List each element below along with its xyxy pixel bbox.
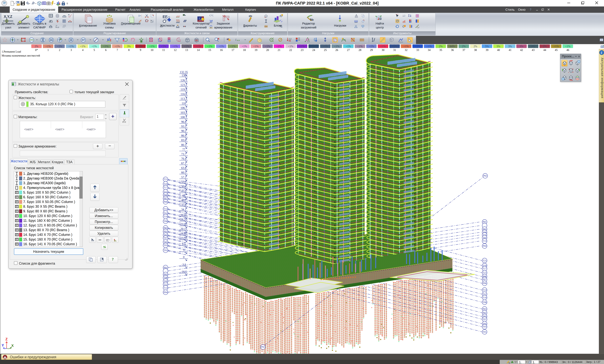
svg-text:1,2..: 1,2.. [151, 21, 153, 23]
svg-text:P07: P07 [483, 278, 487, 281]
svg-text:37.4: 37.4 [181, 203, 186, 206]
svg-text:50.6: 50.6 [181, 185, 186, 188]
svg-text:1.2: 1.2 [417, 27, 419, 28]
svg-text:9.5: 9.5 [182, 242, 186, 245]
svg-text:EF: EF [82, 39, 85, 41]
svg-text:1.2: 1.2 [307, 41, 310, 42]
svg-text:57.2: 57.2 [181, 176, 186, 179]
svg-text:P04: P04 [483, 245, 487, 247]
svg-text:>>: >> [99, 239, 101, 241]
svg-text:44: 44 [182, 194, 185, 197]
svg-text:T01: T01 [483, 331, 487, 333]
svg-text:126.5: 126.5 [180, 79, 187, 82]
svg-text:?: ? [530, 8, 531, 11]
svg-text:6: 6 [411, 21, 412, 23]
svg-text:T21: T21 [164, 178, 167, 181]
svg-text:z–: z– [56, 24, 58, 26]
svg-text:73.7: 73.7 [181, 153, 186, 156]
svg-text:63.8: 63.8 [181, 166, 186, 170]
svg-text:1.2: 1.2 [289, 38, 291, 40]
svg-text:70.4: 70.4 [181, 157, 186, 160]
svg-text:X,Y,Z: X,Y,Z [4, 15, 12, 18]
svg-text:20.15: 20.15 [180, 227, 187, 231]
svg-text:80.3: 80.3 [181, 143, 186, 146]
svg-text:34.1: 34.1 [181, 208, 186, 211]
svg-text:-3.5: -3.5 [181, 263, 186, 266]
svg-text:P02: P02 [261, 346, 265, 348]
svg-text:T10: T10 [483, 296, 487, 299]
svg-text:№: № [508, 362, 510, 364]
svg-text:P02: P02 [483, 312, 487, 314]
svg-text:Y: Y [2, 343, 4, 347]
svg-text:T03: T03 [483, 325, 487, 328]
svg-text:T14: T14 [483, 240, 487, 242]
svg-text:16.85: 16.85 [180, 232, 187, 235]
svg-text:Z: Z [5, 337, 8, 341]
svg-text:T08: T08 [164, 220, 167, 222]
svg-text:116.6: 116.6 [180, 92, 187, 96]
svg-text:53.9: 53.9 [181, 180, 186, 183]
svg-text:-16.5: -16.5 [181, 270, 187, 273]
svg-text:67.1: 67.1 [181, 162, 186, 165]
svg-text:G: G [379, 17, 382, 20]
svg-text:93.5: 93.5 [181, 125, 186, 128]
svg-text:T12: T12 [164, 283, 167, 286]
svg-text:77: 77 [182, 148, 185, 151]
svg-text:T01: T01 [164, 249, 167, 252]
svg-text:T21: T21 [483, 259, 487, 262]
svg-text:60.5: 60.5 [181, 171, 186, 174]
svg-text:T15: T15 [483, 271, 487, 274]
svg-text:L: L [235, 38, 237, 41]
svg-text:?: ? [112, 257, 114, 261]
svg-text:T12: T12 [483, 293, 487, 295]
svg-text:T08: T08 [164, 276, 167, 279]
svg-text:T19: T19 [164, 183, 167, 185]
svg-text:13.55: 13.55 [180, 236, 187, 240]
svg-text:T07: T07 [164, 237, 167, 239]
svg-text:T17: T17 [164, 186, 167, 189]
svg-text:ОТ+: ОТ+ [106, 239, 109, 241]
svg-text:83.6: 83.6 [181, 139, 186, 142]
svg-text:106.7: 106.7 [180, 106, 187, 109]
svg-text:130: 130 [182, 74, 186, 77]
svg-text:Σ: Σ [408, 14, 410, 17]
svg-text:40.7: 40.7 [181, 199, 186, 202]
svg-text:132.35: 132.35 [180, 71, 188, 74]
svg-text:P02: P02 [164, 230, 167, 233]
svg-text:86.9: 86.9 [181, 134, 186, 137]
svg-text:P06: P06 [483, 282, 487, 284]
svg-text:T07: T07 [483, 318, 487, 321]
svg-text:123.2: 123.2 [180, 83, 187, 86]
svg-text:T17: T17 [483, 267, 487, 270]
svg-text:47.3: 47.3 [181, 189, 186, 193]
svg-text:2: 2 [411, 20, 412, 21]
svg-text:103.4: 103.4 [180, 111, 187, 114]
svg-text:i: i [601, 51, 602, 55]
svg-text:P07: P07 [164, 197, 167, 200]
svg-text:96.8: 96.8 [181, 120, 186, 123]
svg-text:P02: P02 [483, 174, 487, 177]
svg-text:T14: T14 [164, 287, 167, 289]
svg-text:C¹C₂: C¹C₂ [209, 14, 214, 17]
svg-text:T03: T03 [164, 244, 167, 247]
svg-text:T12: T12 [164, 212, 167, 214]
svg-text:T14: T14 [483, 289, 487, 291]
svg-text:f(x,y): f(x,y) [56, 26, 59, 28]
svg-text:5: 5 [183, 248, 185, 252]
svg-text:P03: P03 [483, 308, 487, 310]
svg-text:30.05: 30.05 [180, 213, 187, 217]
svg-text:119.9: 119.9 [180, 88, 187, 91]
svg-text:P04: P04 [164, 291, 167, 293]
svg-text:12): 12) [403, 14, 405, 17]
svg-text:T10: T10 [164, 215, 167, 218]
svg-text:T08: T08 [483, 301, 487, 303]
svg-text:0: 0 [183, 255, 185, 259]
svg-text:23.45: 23.45 [180, 223, 187, 226]
svg-text:№: № [310, 18, 314, 21]
svg-text:T14: T14 [164, 208, 167, 210]
svg-text:113.3: 113.3 [180, 97, 187, 100]
svg-text:100.1: 100.1 [180, 116, 187, 119]
svg-text:P01: P01 [483, 221, 487, 223]
svg-text:№: № [151, 20, 152, 21]
svg-text:X: X [11, 344, 14, 348]
